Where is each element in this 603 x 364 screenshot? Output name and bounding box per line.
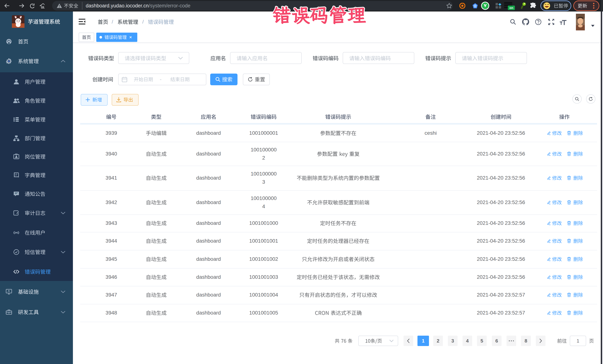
svg-text:on: on: [510, 6, 513, 10]
